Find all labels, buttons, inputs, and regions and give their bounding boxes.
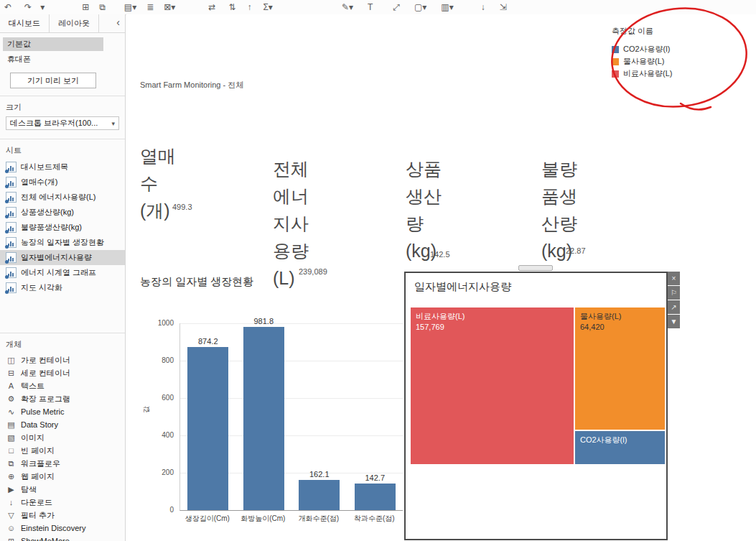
object-navigation[interactable]: ▶탐색 — [0, 483, 125, 496]
new-dashboard-icon[interactable]: ▤▾ — [123, 1, 138, 14]
sheet-icon — [6, 252, 17, 263]
borders-icon[interactable]: ▢▾ — [413, 1, 428, 14]
bar-column: 981.8 — [236, 323, 292, 510]
download-icon[interactable]: ↓ — [480, 1, 487, 14]
tab-dashboard[interactable]: 대시보드 — [0, 14, 49, 32]
open-external-icon[interactable]: ↗ — [668, 300, 680, 314]
object-show-me-more[interactable]: ⊞ShowMeMore — [0, 535, 125, 541]
highlight-icon[interactable]: ✎▾ — [340, 1, 355, 14]
treemap-window[interactable]: 일자별에너지사용량 비료사용량(L) 157,769 물사용량(L) 64,42… — [404, 272, 668, 540]
revert-menu-icon[interactable]: ▾ — [39, 1, 46, 14]
kpi-text-line: 생산 — [406, 182, 442, 210]
bar-mark[interactable] — [299, 480, 340, 510]
clear-sheet-icon[interactable]: ⊠▾ — [162, 1, 177, 14]
object-item-label: 필터 추가 — [21, 510, 55, 521]
show-me-icon[interactable]: ▥▾ — [439, 1, 454, 14]
device-preview-icon[interactable]: ⇲ — [498, 1, 508, 14]
kpi-fruit-count[interactable]: 열매 수 (개) — [140, 142, 176, 224]
legend-item-co2[interactable]: CO2사용량(l) — [612, 43, 672, 55]
bar-chart-ylabel: 값 — [141, 406, 151, 413]
redo-icon[interactable]: ↷ — [23, 1, 33, 14]
object-workflow[interactable]: ⧉워크플로우 — [0, 457, 125, 470]
kpi-text-line: 불량 — [541, 155, 577, 182]
mark-labels-icon[interactable]: T — [366, 1, 374, 14]
bar-value-label: 981.8 — [253, 317, 274, 325]
sheet-icon — [6, 207, 17, 218]
legend-item-fertilizer[interactable]: 비료사용량(L) — [612, 68, 672, 80]
sheet-item-daily-growth[interactable]: 농장의 일자별 생장현황 — [0, 235, 125, 250]
object-list: ◫가로 컨테이너 ⊟세로 컨테이너 A텍스트 ⚙확장 프로그램 ∿Pulse M… — [0, 353, 125, 541]
kpi-text-line: 품생 — [541, 182, 577, 210]
device-preview-button[interactable]: 기기 미리 보기 — [10, 73, 96, 88]
more-options-icon[interactable]: ▼ — [668, 315, 680, 328]
sheet-item-daily-energy[interactable]: 일자별에너지사용량 — [0, 250, 125, 265]
new-worksheet-icon[interactable]: ⊞ — [80, 1, 90, 14]
sheet-item-map-viz[interactable]: 지도 시각화 — [0, 280, 125, 295]
object-item-label: 이미지 — [21, 433, 45, 443]
treemap-block-fertilizer[interactable]: 비료사용량(L) 157,769 — [411, 308, 574, 464]
object-add-filter[interactable]: ▽필터 추가 — [0, 509, 125, 522]
object-extension[interactable]: ⚙확장 프로그램 — [0, 392, 125, 405]
treemap-block-water[interactable]: 물사용량(L) 64,420 — [575, 308, 665, 430]
object-horizontal-container[interactable]: ◫가로 컨테이너 — [0, 353, 125, 366]
object-item-label: 빈 페이지 — [21, 445, 55, 456]
object-data-story[interactable]: ▤Data Story — [0, 418, 125, 431]
sort-descending-icon[interactable]: ↑ — [246, 1, 253, 14]
sort-ascending-icon[interactable]: ⇅ — [227, 1, 237, 14]
y-tick-label: 400 — [162, 431, 174, 439]
device-phone-item[interactable]: 휴대폰 — [3, 52, 103, 66]
device-default-item[interactable]: 기본값 — [3, 37, 103, 51]
text-icon: A — [6, 382, 16, 390]
object-blank-page[interactable]: □빈 페이지 — [0, 444, 125, 457]
bar-mark[interactable] — [187, 347, 228, 510]
dashboard-canvas: Smart Farm Monitoring - 전체 측정값 이름 CO2사용량… — [126, 14, 756, 541]
treemap-block-co2[interactable]: CO2사용량(l) — [575, 431, 665, 464]
collapse-pane-icon[interactable]: ‹ — [116, 17, 120, 28]
undo-icon[interactable]: ↶ — [3, 1, 13, 14]
sheet-item-dashboard-title[interactable]: 대시보드제목 — [0, 159, 125, 175]
sheet-item-product-output[interactable]: 상품생산량(kg) — [0, 205, 125, 220]
tab-layout[interactable]: 레이아웃 — [49, 14, 99, 32]
bar-chart-xlabels: 생장길이(Cm)화방높이(Cm)개화수준(점)착과수준(점) — [179, 514, 402, 524]
sheet-item-total-energy[interactable]: 전체 에너지사용량(L) — [0, 190, 125, 205]
object-text[interactable]: A텍스트 — [0, 379, 125, 392]
legend-swatch-fertilizer — [612, 70, 619, 78]
object-image[interactable]: ▧이미지 — [0, 431, 125, 444]
object-vertical-container[interactable]: ⊟세로 컨테이너 — [0, 366, 125, 379]
pause-auto-updates-icon[interactable]: ≣ — [145, 1, 155, 14]
object-einstein-discovery[interactable]: ☺Einstein Discovery — [0, 522, 125, 535]
sheet-item-label: 대시보드제목 — [21, 162, 68, 172]
window-controls: × ⚐ ↗ ▼ — [668, 272, 680, 329]
object-item-label: 텍스트 — [21, 381, 45, 392]
sheet-item-fruit-count[interactable]: 열매수(개) — [0, 175, 125, 190]
caret-down-icon: ▾ — [111, 120, 115, 127]
object-download[interactable]: ↓다운로드 — [0, 496, 125, 509]
kpi-fruit-count-value: 499.3 — [172, 203, 192, 211]
sheet-item-energy-timeseries[interactable]: 에너지 시계열 그래프 — [0, 265, 125, 280]
kpi-product-output[interactable]: 상품 생산 량 (kg) — [406, 155, 442, 264]
bar-mark[interactable] — [243, 327, 284, 510]
kpi-text-line: 산량 — [541, 210, 577, 237]
kpi-text-line: (개) — [140, 197, 176, 224]
sheet-icon — [6, 222, 17, 233]
pulse-metric-icon: ∿ — [6, 407, 16, 417]
totals-icon[interactable]: Σ▾ — [261, 1, 274, 14]
pin-icon[interactable]: ⚐ — [668, 286, 680, 300]
object-web-page[interactable]: ⊕웹 페이지 — [0, 470, 125, 483]
vertical-container-icon: ⊟ — [6, 369, 16, 378]
kpi-text-line: 전체 — [273, 155, 309, 182]
window-drag-handle[interactable] — [518, 265, 553, 271]
duplicate-sheet-icon[interactable]: ⧉ — [98, 1, 107, 14]
fit-icon[interactable]: ⤢ — [391, 1, 401, 14]
object-pulse-metric[interactable]: ∿Pulse Metric — [0, 405, 125, 418]
size-dropdown[interactable]: 데스크톱 브라우저(100... ▾ — [6, 116, 119, 130]
close-icon[interactable]: × — [668, 272, 680, 285]
swap-rows-columns-icon[interactable]: ⇄ — [207, 1, 217, 14]
legend-item-water[interactable]: 물사용량(L) — [612, 55, 672, 68]
x-category-label: 화방높이(Cm) — [235, 514, 291, 524]
treemap-block-label: 물사용량(L) — [580, 311, 660, 322]
treemap-block-label: CO2사용량(l) — [580, 435, 660, 445]
sheets-section-title: 시트 — [6, 145, 125, 156]
sheet-item-defect-output[interactable]: 불량품생산량(kg) — [0, 220, 125, 235]
bar-mark[interactable] — [355, 484, 396, 510]
